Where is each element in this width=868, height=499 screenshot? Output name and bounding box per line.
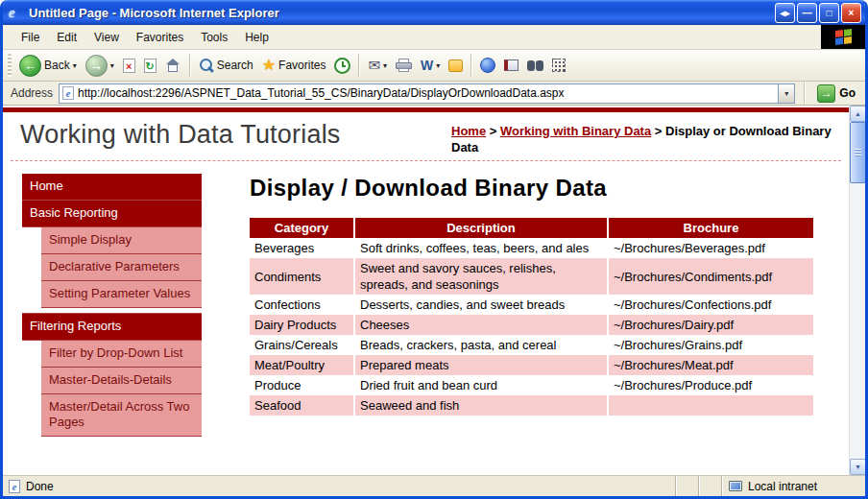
sidebar-item[interactable]: Master/Detail Across Two Pages xyxy=(41,394,202,437)
table-cell: Desserts, candies, and sweet breads xyxy=(355,295,607,315)
security-zone-pane: Local intranet xyxy=(721,476,865,496)
home-icon xyxy=(165,58,181,73)
breadcrumb: Home > Working with Binary Data > Displa… xyxy=(451,123,833,155)
main-content: Display / Download Binary Data CategoryD… xyxy=(250,174,817,475)
menu-view[interactable]: View xyxy=(85,27,128,48)
table-row: SeafoodSeaweed and fish xyxy=(250,395,813,416)
vertical-scrollbar[interactable]: ▲ ▼ xyxy=(849,106,865,475)
menu-tools[interactable]: Tools xyxy=(192,27,236,48)
sidebar-item[interactable]: Declarative Parameters xyxy=(41,254,202,281)
print-icon xyxy=(396,59,412,73)
history-button[interactable] xyxy=(330,56,354,76)
search-icon xyxy=(199,58,214,73)
messenger-button[interactable] xyxy=(476,56,499,75)
sidebar-item[interactable]: Basic Reporting xyxy=(22,201,202,227)
forward-dropdown-icon[interactable]: ▾ xyxy=(110,61,114,70)
capture-button[interactable] xyxy=(548,57,569,74)
sidebar-item[interactable]: Master-Details-Details xyxy=(41,368,202,394)
address-input[interactable]: e http://localhost:2296/ASPNET_Data_Tuto… xyxy=(59,83,795,104)
refresh-icon: ↻ xyxy=(144,59,157,73)
stop-button[interactable]: × xyxy=(119,57,139,75)
resize-button[interactable]: ◂▸ xyxy=(775,3,795,23)
edit-with-word-button[interactable]: W ▾ xyxy=(417,56,444,75)
close-button[interactable]: × xyxy=(841,3,861,23)
back-button[interactable]: ← Back ▾ xyxy=(15,53,81,79)
menu-edit[interactable]: Edit xyxy=(48,27,85,48)
breadcrumb-link[interactable]: Home xyxy=(451,124,486,138)
discuss-button[interactable] xyxy=(445,58,467,74)
research-button[interactable] xyxy=(500,58,522,73)
search-button[interactable]: Search xyxy=(195,56,257,75)
address-label: Address xyxy=(11,86,53,100)
home-button[interactable] xyxy=(161,56,185,75)
table-row: BeveragesSoft drinks, coffees, teas, bee… xyxy=(250,238,813,258)
stop-icon: × xyxy=(123,59,135,73)
scrollbar-thumb[interactable] xyxy=(850,122,866,183)
favorites-button[interactable]: ★ Favorites xyxy=(258,56,330,75)
sidebar-item[interactable]: Filter by Drop-Down List xyxy=(41,341,202,368)
sidebar-item[interactable]: Home xyxy=(22,174,202,201)
table-cell: Produce xyxy=(250,375,353,395)
table-cell: Beverages xyxy=(250,238,353,258)
breadcrumb-link[interactable]: Working with Binary Data xyxy=(500,124,651,138)
menu-items: FileEditViewFavoritesToolsHelp xyxy=(3,25,821,49)
table-cell: Confections xyxy=(250,295,353,315)
addressbar-separator xyxy=(804,82,806,105)
go-button[interactable]: → Go xyxy=(814,84,862,103)
table-cell: Meat/Poultry xyxy=(250,355,353,375)
address-dropdown-button[interactable]: ▾ xyxy=(778,84,794,103)
table-cell: Breads, crackers, pasta, and cereal xyxy=(355,335,607,355)
windows-logo-icon xyxy=(835,29,852,45)
table-row: ConfectionsDesserts, candies, and sweet … xyxy=(250,295,813,315)
address-bar: Address e http://localhost:2296/ASPNET_D… xyxy=(3,82,865,106)
menu-bar: FileEditViewFavoritesToolsHelp xyxy=(3,25,865,50)
back-dropdown-icon[interactable]: ▾ xyxy=(73,61,77,70)
toolbar-grip[interactable] xyxy=(8,54,12,77)
binoculars-icon xyxy=(527,60,543,71)
refresh-button[interactable]: ↻ xyxy=(140,57,160,75)
browser-viewport: Working with Data Tutorials Home > Worki… xyxy=(3,106,865,475)
menu-help[interactable]: Help xyxy=(236,27,277,48)
table-cell: ~/Brochures/Grains.pdf xyxy=(609,335,813,355)
sidebar-item[interactable]: Setting Parameter Values xyxy=(41,281,202,308)
sidebar-item[interactable]: Filtering Reports xyxy=(22,313,202,341)
scroll-up-button[interactable]: ▲ xyxy=(850,106,866,122)
print-button[interactable] xyxy=(392,57,416,75)
standard-toolbar: ← Back ▾ → ▾ × ↻ Search ★ Favorites xyxy=(3,50,865,82)
table-cell: ~/Brochures/Dairy.pdf xyxy=(609,315,813,335)
site-title: Working with Data Tutorials xyxy=(20,120,341,155)
scroll-down-button[interactable]: ▼ xyxy=(850,459,866,475)
mail-dropdown-icon[interactable]: ▾ xyxy=(383,61,387,70)
favorites-label: Favorites xyxy=(278,59,326,72)
back-label: Back xyxy=(44,59,70,72)
table-cell: ~/Brochures/Beverages.pdf xyxy=(609,238,813,258)
table-cell: Dairy Products xyxy=(250,315,353,335)
toolbar-separator xyxy=(189,54,191,77)
menu-file[interactable]: File xyxy=(12,27,48,48)
back-icon: ← xyxy=(19,55,41,77)
minimize-button[interactable]: — xyxy=(797,3,817,23)
capture-grid-icon xyxy=(552,59,566,72)
forward-button[interactable]: → ▾ xyxy=(82,53,118,79)
globe-icon xyxy=(480,58,495,73)
menu-favorites[interactable]: Favorites xyxy=(128,27,192,48)
table-cell: Cheeses xyxy=(355,315,607,335)
window-title: Untitled Page - Microsoft Internet Explo… xyxy=(29,6,775,20)
table-cell: ~/Brochures/Confections.pdf xyxy=(609,295,813,315)
table-cell: Seafood xyxy=(250,395,353,416)
book-icon xyxy=(504,59,518,71)
title-bar[interactable]: e Untitled Page - Microsoft Internet Exp… xyxy=(3,0,865,25)
webpage: Working with Data Tutorials Home > Worki… xyxy=(3,106,849,475)
maximize-button[interactable]: □ xyxy=(819,3,839,23)
table-row: Grains/CerealsBreads, crackers, pasta, a… xyxy=(250,335,813,355)
find-button[interactable] xyxy=(523,59,547,73)
table-cell: Sweet and savory sauces, relishes, sprea… xyxy=(355,258,607,295)
status-bar: e Done Local intranet xyxy=(3,475,865,496)
sidebar-item[interactable]: Simple Display xyxy=(41,227,202,254)
address-url[interactable]: http://localhost:2296/ASPNET_Data_Tutori… xyxy=(78,86,778,100)
table-row: CondimentsSweet and savory sauces, relis… xyxy=(250,258,813,295)
mail-button[interactable]: ✉ ▾ xyxy=(364,55,391,76)
table-header-cell: Category xyxy=(250,218,353,238)
table-cell: ~/Brochures/Condiments.pdf xyxy=(609,258,813,295)
word-dropdown-icon[interactable]: ▾ xyxy=(436,61,440,70)
